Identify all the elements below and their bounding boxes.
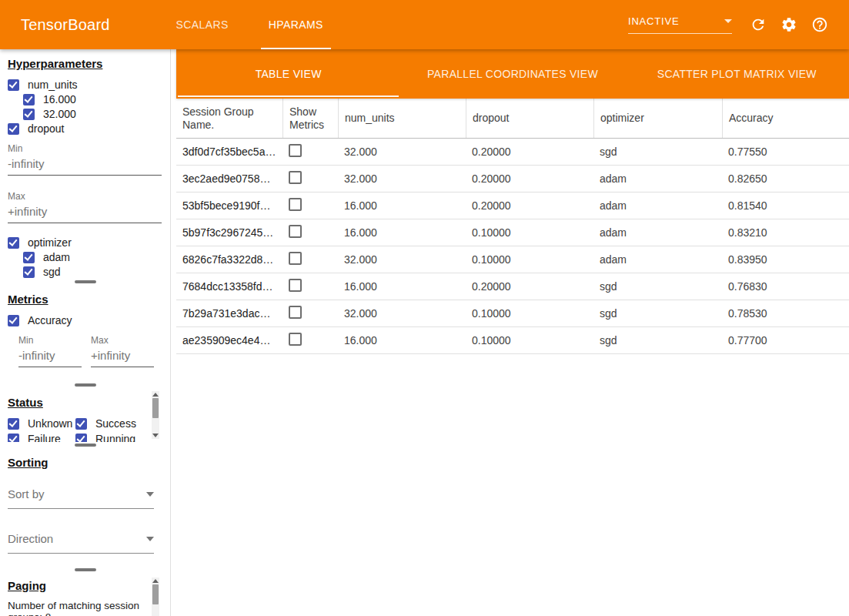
- tab-hparams[interactable]: HPARAMS: [249, 0, 343, 49]
- dropout-cell: 0.10000: [466, 334, 593, 346]
- dropout-min-input[interactable]: -infinity: [8, 154, 162, 176]
- scroll-up-icon[interactable]: [152, 393, 159, 397]
- hparam-value-label: sgd: [43, 266, 61, 278]
- num-units-cell: 16.000: [338, 226, 466, 239]
- reload-mode-select[interactable]: INACTIVE: [628, 15, 732, 34]
- accuracy-cell: 0.83950: [722, 253, 849, 266]
- hparam-dropout[interactable]: dropout: [8, 122, 162, 136]
- view-tabs: TABLE VIEW PARALLEL COORDINATES VIEW SCA…: [176, 49, 849, 99]
- checkbox-checked-icon[interactable]: [23, 109, 35, 120]
- hparam-value-label: adam: [43, 251, 70, 263]
- column-header-dropout[interactable]: dropout: [466, 99, 593, 138]
- dropout-cell: 0.10000: [466, 307, 593, 320]
- table-row: ae235909ec4e4d… 16.000 0.10000 sgd 0.777…: [176, 327, 849, 354]
- metric-accuracy[interactable]: Accuracy: [8, 313, 162, 327]
- show-metrics-checkbox[interactable]: [289, 279, 302, 292]
- status-scrollbar[interactable]: [152, 391, 159, 439]
- checkbox-checked-icon[interactable]: [23, 266, 35, 278]
- tab-scalars[interactable]: SCALARS: [156, 0, 249, 49]
- checkbox-checked-icon[interactable]: [8, 237, 19, 249]
- status-running[interactable]: Running: [75, 432, 150, 442]
- status-label: Running: [95, 433, 135, 442]
- scroll-up-icon[interactable]: [152, 579, 159, 583]
- tab-scatter-plot-matrix-view[interactable]: SCATTER PLOT MATRIX VIEW: [625, 49, 849, 99]
- hyperparameters-heading: Hyperparameters: [8, 57, 162, 70]
- checkbox-checked-icon[interactable]: [8, 79, 19, 91]
- status-label: Failure: [28, 433, 61, 442]
- column-header-optimizer[interactable]: optimizer: [593, 99, 722, 138]
- optimizer-cell: adam: [593, 199, 722, 212]
- session-group-name-cell: 7684dcc13358fd0…: [176, 280, 282, 293]
- num-units-cell: 32.000: [338, 307, 466, 320]
- column-header-session-group-name[interactable]: Session Group Name.: [176, 99, 282, 138]
- scrollbar-thumb[interactable]: [152, 398, 159, 418]
- tab-parallel-coordinates-view[interactable]: PARALLEL COORDINATES VIEW: [400, 49, 624, 99]
- show-metrics-cell: [282, 279, 338, 294]
- dropout-max-input[interactable]: +infinity: [8, 202, 162, 223]
- refresh-icon[interactable]: [749, 15, 767, 34]
- column-header-show-metrics[interactable]: Show Metrics: [282, 99, 338, 138]
- accuracy-cell: 0.77550: [722, 146, 849, 158]
- status-failure[interactable]: Failure: [8, 432, 75, 442]
- checkbox-checked-icon[interactable]: [75, 434, 87, 443]
- checkbox-checked-icon[interactable]: [8, 418, 19, 430]
- scroll-down-icon[interactable]: [152, 434, 159, 437]
- direction-value: Direction: [8, 532, 53, 545]
- session-group-name-cell: ae235909ec4e4d…: [176, 334, 282, 346]
- pane-resize-handle[interactable]: [75, 383, 96, 387]
- dropout-cell: 0.10000: [466, 226, 593, 239]
- sort-by-select[interactable]: Sort by: [8, 487, 154, 509]
- dropout-cell: 0.20000: [466, 146, 593, 158]
- checkbox-checked-icon[interactable]: [23, 252, 35, 263]
- hparam-value-32[interactable]: 32.000: [23, 107, 162, 121]
- status-success[interactable]: Success: [75, 417, 150, 430]
- checkbox-checked-icon[interactable]: [23, 94, 35, 105]
- metrics-heading: Metrics: [8, 293, 162, 306]
- table-row: 53bf5bece9190fa… 16.000 0.20000 adam 0.8…: [176, 192, 849, 219]
- show-metrics-checkbox[interactable]: [289, 198, 302, 211]
- show-metrics-checkbox[interactable]: [289, 171, 302, 184]
- checkbox-checked-icon[interactable]: [8, 123, 19, 135]
- hparam-value-sgd[interactable]: sgd: [23, 265, 162, 279]
- hparam-num-units[interactable]: num_units: [8, 78, 162, 92]
- paging-scrollbar[interactable]: [152, 578, 159, 616]
- column-header-num-units[interactable]: num_units: [338, 99, 466, 138]
- main-nav-tabs: SCALARS HPARAMS: [156, 0, 343, 49]
- direction-select[interactable]: Direction: [8, 532, 154, 554]
- scrollbar-thumb[interactable]: [152, 584, 159, 604]
- accuracy-cell: 0.76830: [722, 280, 849, 293]
- pane-resize-handle[interactable]: [75, 568, 96, 571]
- accuracy-cell: 0.83210: [722, 226, 849, 239]
- show-metrics-checkbox[interactable]: [289, 144, 302, 157]
- pane-resize-handle[interactable]: [75, 280, 96, 283]
- checkbox-checked-icon[interactable]: [8, 434, 19, 443]
- accuracy-cell: 0.82650: [722, 172, 849, 185]
- gear-icon[interactable]: [780, 15, 798, 34]
- hparam-label: optimizer: [28, 236, 72, 249]
- metric-max-input[interactable]: +infinity: [91, 346, 154, 367]
- show-metrics-checkbox[interactable]: [289, 252, 302, 265]
- num-units-cell: 32.000: [338, 253, 466, 266]
- num-units-cell: 32.000: [338, 146, 466, 158]
- show-metrics-checkbox[interactable]: [289, 225, 302, 238]
- accuracy-cell: 0.81540: [722, 199, 849, 212]
- column-header-accuracy[interactable]: Accuracy: [722, 99, 849, 138]
- checkbox-checked-icon[interactable]: [75, 418, 87, 430]
- pane-resize-handle[interactable]: [75, 444, 96, 447]
- hparam-value-16[interactable]: 16.000: [23, 92, 162, 106]
- show-metrics-checkbox[interactable]: [289, 333, 302, 346]
- app-title: TensorBoard: [21, 16, 110, 34]
- hparam-value-adam[interactable]: adam: [23, 250, 162, 264]
- help-icon[interactable]: [811, 15, 829, 34]
- checkbox-checked-icon[interactable]: [8, 315, 19, 326]
- paging-pane: Paging Number of matching session groups…: [0, 573, 170, 616]
- hparam-optimizer[interactable]: optimizer: [8, 236, 162, 249]
- hparam-label: dropout: [28, 122, 64, 135]
- sorting-pane: Sorting Sort by Direction: [0, 448, 170, 567]
- metric-min-input[interactable]: -infinity: [18, 346, 82, 367]
- pane-divider: [0, 279, 170, 285]
- table-row: 3df0d7cf35bec5a… 32.000 0.20000 sgd 0.77…: [176, 139, 849, 166]
- show-metrics-checkbox[interactable]: [289, 306, 302, 319]
- tab-table-view[interactable]: TABLE VIEW: [176, 49, 400, 99]
- status-unknown[interactable]: Unknown: [8, 417, 75, 430]
